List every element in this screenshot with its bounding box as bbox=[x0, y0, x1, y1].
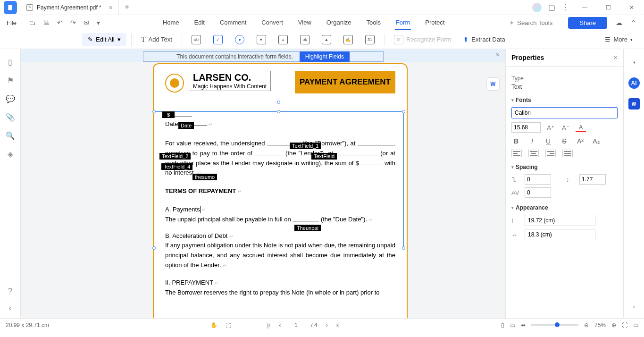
cloud-icon[interactable]: ☁ bbox=[616, 19, 622, 26]
bold-button[interactable]: B bbox=[511, 137, 521, 145]
fit-width-icon[interactable]: ⬌ bbox=[521, 322, 526, 329]
print-icon[interactable]: 🖶 bbox=[43, 19, 50, 26]
zoom-in-icon[interactable]: ⊕ bbox=[611, 322, 616, 329]
checkbox-tool[interactable]: ✓ bbox=[209, 35, 227, 44]
new-tab-button[interactable]: + bbox=[119, 2, 135, 12]
word-icon[interactable]: W bbox=[628, 98, 640, 110]
redo-icon[interactable]: ↷ bbox=[70, 19, 76, 26]
word-export-icon[interactable]: W bbox=[486, 77, 500, 91]
line-height-input[interactable] bbox=[579, 174, 606, 185]
overflow-icon[interactable]: ⋮ bbox=[562, 3, 569, 12]
image-tool[interactable]: ▲ bbox=[317, 35, 336, 44]
zoom-out-icon[interactable]: ⊖ bbox=[584, 322, 589, 329]
tab-organize[interactable]: Organize bbox=[326, 16, 352, 30]
line-before-input[interactable] bbox=[525, 174, 551, 185]
tab-home[interactable]: Home bbox=[162, 16, 180, 30]
align-center-button[interactable] bbox=[528, 150, 539, 157]
radio-tool[interactable]: ● bbox=[230, 35, 249, 44]
more-button[interactable]: ☰ More ▾ bbox=[600, 36, 637, 43]
settings-slider-icon[interactable]: ⫞ bbox=[628, 57, 640, 68]
tab-tools[interactable]: Tools bbox=[366, 16, 382, 30]
prev-page-icon[interactable]: ‹ bbox=[279, 322, 281, 329]
collapse-left-icon[interactable]: ‹ bbox=[9, 304, 11, 312]
minimize-button[interactable]: — bbox=[576, 1, 593, 14]
close-properties-icon[interactable]: × bbox=[614, 54, 618, 61]
attachments-icon[interactable]: 📎 bbox=[6, 113, 15, 122]
save-icon[interactable]: 🗀 bbox=[29, 19, 35, 26]
tab-view[interactable]: View bbox=[297, 16, 312, 30]
signature-tool[interactable]: ✍ bbox=[339, 35, 358, 44]
more-quick-icon[interactable]: ▾ bbox=[97, 19, 100, 26]
field-tf4[interactable]: TextField_4 bbox=[161, 163, 192, 170]
ai-icon[interactable]: AI bbox=[628, 77, 640, 89]
app-logo[interactable] bbox=[4, 1, 17, 14]
strike-button[interactable]: S bbox=[560, 137, 569, 145]
appearance-section[interactable]: Appearance bbox=[511, 204, 618, 211]
search-icon[interactable]: 🔍 bbox=[6, 131, 15, 140]
dropdown-tool[interactable]: ▾ bbox=[252, 35, 271, 44]
edit-all-button[interactable]: ✎ Edit All ▾ bbox=[82, 33, 126, 46]
char-spacing-input[interactable] bbox=[525, 187, 551, 198]
close-tab-icon[interactable]: × bbox=[109, 4, 113, 11]
field-tf[interactable]: TextField bbox=[311, 153, 337, 160]
text-field-tool[interactable]: ab bbox=[187, 35, 206, 44]
field-due[interactable]: Theunpai bbox=[294, 225, 321, 231]
extract-data-button[interactable]: ⬆ Extract Data bbox=[459, 36, 510, 43]
fit-actual-icon[interactable]: ▯ bbox=[501, 322, 504, 329]
fonts-section[interactable]: Fonts bbox=[511, 97, 618, 103]
date-tool[interactable]: 31 bbox=[360, 35, 379, 44]
next-page-icon[interactable]: › bbox=[326, 322, 328, 329]
thumbnails-icon[interactable]: ▯ bbox=[8, 58, 12, 67]
expand-right-icon[interactable]: › bbox=[628, 301, 640, 312]
text-selection-box[interactable] bbox=[154, 111, 404, 248]
share-button[interactable]: Share bbox=[568, 17, 607, 29]
select-tool-icon[interactable]: ⬚ bbox=[226, 322, 231, 329]
width-input[interactable] bbox=[525, 215, 595, 226]
close-window-button[interactable]: ✕ bbox=[623, 1, 640, 14]
field-dollar[interactable]: $ bbox=[162, 111, 175, 118]
field-tf2[interactable]: TextField_2 bbox=[159, 153, 191, 160]
tab-convert[interactable]: Convert bbox=[260, 16, 284, 30]
undo-icon[interactable]: ↶ bbox=[57, 19, 63, 26]
font-color-icon[interactable]: A bbox=[576, 123, 586, 132]
fullscreen-icon[interactable]: ⛶ bbox=[622, 322, 627, 329]
field-tf1[interactable]: TextField_1 bbox=[290, 143, 321, 149]
superscript-button[interactable]: A² bbox=[576, 137, 585, 145]
list-tool[interactable]: ≡ bbox=[274, 35, 293, 44]
user-avatar[interactable] bbox=[532, 3, 542, 12]
first-page-icon[interactable]: |‹ bbox=[267, 322, 270, 329]
maximize-button[interactable]: ☐ bbox=[600, 1, 617, 14]
mail-icon[interactable]: ✉ bbox=[84, 19, 89, 26]
align-left-button[interactable] bbox=[511, 150, 522, 157]
search-tools[interactable]: ✦ bbox=[509, 19, 560, 26]
italic-button[interactable]: I bbox=[527, 137, 537, 145]
bookmarks-icon[interactable]: ⚑ bbox=[7, 76, 14, 85]
document-tab[interactable]: ✎ Payment Agreement.pdf * × bbox=[21, 0, 119, 15]
spacing-section[interactable]: Spacing bbox=[511, 164, 618, 170]
field-sum[interactable]: thesumo bbox=[192, 174, 217, 180]
subscript-button[interactable]: A₂ bbox=[592, 137, 601, 145]
tab-comment[interactable]: Comment bbox=[219, 16, 247, 30]
help-icon[interactable]: ? bbox=[8, 287, 12, 295]
chat-icon[interactable]: ▢ bbox=[548, 3, 555, 12]
tab-protect[interactable]: Protect bbox=[424, 16, 445, 30]
last-page-icon[interactable]: ›| bbox=[336, 322, 340, 329]
align-justify-button[interactable] bbox=[562, 150, 573, 157]
search-input[interactable] bbox=[517, 19, 560, 26]
button-tool[interactable]: ok bbox=[295, 35, 314, 44]
increase-font-icon[interactable]: A⁺ bbox=[545, 123, 556, 132]
add-text-button[interactable]: T Add Text bbox=[136, 35, 177, 44]
field-date[interactable]: Date bbox=[178, 122, 194, 129]
font-size-input[interactable] bbox=[511, 122, 541, 133]
decrease-font-icon[interactable]: A⁻ bbox=[560, 123, 571, 132]
underline-button[interactable]: U bbox=[544, 137, 553, 145]
layers-icon[interactable]: ◈ bbox=[8, 150, 13, 159]
zoom-slider[interactable] bbox=[531, 324, 578, 326]
fit-page-icon[interactable]: ▭ bbox=[510, 322, 515, 329]
file-menu[interactable]: File bbox=[0, 19, 23, 26]
banner-close-icon[interactable]: × bbox=[496, 51, 500, 59]
hand-tool-icon[interactable]: ✋ bbox=[210, 322, 217, 329]
read-mode-icon[interactable]: ▭ bbox=[633, 322, 638, 329]
font-family-select[interactable] bbox=[511, 107, 618, 118]
align-right-button[interactable] bbox=[545, 150, 556, 157]
